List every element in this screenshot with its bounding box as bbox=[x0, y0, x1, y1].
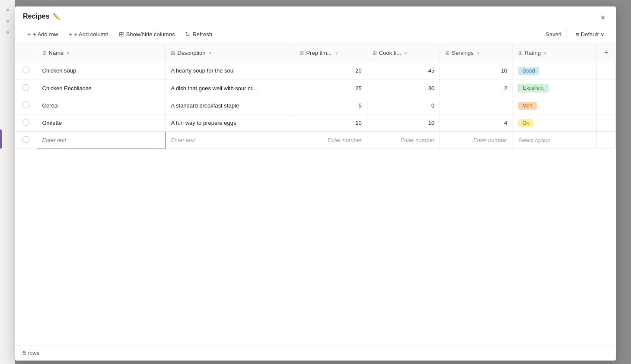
rating-sort-icon: ∨ bbox=[544, 51, 547, 55]
th-prep-time[interactable]: ⊞ Prep tim... ∨ bbox=[294, 44, 367, 62]
row-extra-1 bbox=[597, 79, 616, 97]
servings-sort-icon: ∨ bbox=[477, 51, 480, 55]
row-cook-3: 10 bbox=[367, 114, 440, 132]
th-description[interactable]: ⊞ Description ∨ bbox=[166, 44, 294, 62]
row-description-1[interactable]: A dish that goes well with sour cr... bbox=[166, 79, 294, 97]
th-name-label: Name bbox=[49, 50, 64, 56]
new-row-extra bbox=[597, 132, 616, 149]
list-icon: ≡ bbox=[576, 31, 579, 38]
refresh-button[interactable]: ↻ Refresh bbox=[181, 28, 217, 40]
th-cook-label: Cook ti... bbox=[379, 50, 401, 56]
row-cook-0: 45 bbox=[367, 62, 440, 79]
show-hide-label: Show/hide columns bbox=[126, 31, 175, 38]
table-row: Chicken Enchiladas A dish that goes well… bbox=[15, 79, 616, 97]
recipes-table: ⊞ Name ∨ ⊞ Description ∨ bbox=[15, 44, 616, 149]
row-radio-3[interactable] bbox=[22, 119, 29, 126]
row-rating-3[interactable]: Ok bbox=[513, 114, 596, 132]
row-rating-0[interactable]: Good bbox=[513, 62, 596, 79]
row-cook-1: 30 bbox=[367, 79, 440, 97]
row-prep-3: 10 bbox=[294, 114, 367, 132]
new-row-servings-cell[interactable]: Enter number bbox=[440, 132, 513, 149]
th-description-label: Description bbox=[177, 50, 205, 56]
rating-badge-1[interactable]: Excellent bbox=[518, 84, 549, 92]
desc-sort-icon: ∨ bbox=[208, 51, 211, 55]
rating-badge-3[interactable]: Ok bbox=[518, 119, 533, 127]
add-column-button[interactable]: + + Add column bbox=[64, 28, 112, 40]
refresh-icon: ↻ bbox=[185, 31, 190, 38]
row-description-3[interactable]: A fun way to prepare eggs bbox=[166, 114, 294, 132]
table-row: Cereal A standard breakfast staple 5 0 M… bbox=[15, 97, 616, 114]
row-select-1[interactable] bbox=[15, 79, 37, 97]
sidebar bbox=[0, 0, 15, 364]
chevron-down-icon: ∨ bbox=[600, 31, 605, 38]
th-servings[interactable]: ⊞ Servings ∨ bbox=[440, 44, 513, 62]
row-extra-2 bbox=[597, 97, 616, 114]
row-description-2[interactable]: A standard breakfast staple bbox=[166, 97, 294, 114]
cook-col-icon: ⊞ bbox=[373, 50, 377, 56]
rating-badge-2[interactable]: Meh bbox=[518, 102, 537, 110]
new-row-cook-cell[interactable]: Enter number bbox=[367, 132, 440, 149]
new-row-radio[interactable] bbox=[22, 136, 29, 143]
footer: 5 rows bbox=[15, 345, 616, 361]
row-select-3[interactable] bbox=[15, 114, 37, 132]
row-name-2[interactable]: Cereal bbox=[37, 97, 166, 114]
prep-sort-icon: ∨ bbox=[335, 51, 338, 55]
row-select-2[interactable] bbox=[15, 97, 37, 114]
toolbar-divider bbox=[567, 30, 567, 38]
modal-title: Recipes bbox=[23, 13, 49, 20]
row-extra-0 bbox=[597, 62, 616, 79]
new-row-name-input[interactable] bbox=[42, 137, 160, 143]
row-extra-3 bbox=[597, 114, 616, 132]
row-name-0[interactable]: Chicken soup bbox=[37, 62, 166, 79]
toolbar: + + Add row + + Add column ⊞ Show/hide c… bbox=[15, 25, 616, 44]
add-row-label: + Add row bbox=[33, 31, 58, 38]
new-row-select[interactable] bbox=[15, 132, 37, 149]
row-name-1[interactable]: Chicken Enchiladas bbox=[37, 79, 166, 97]
add-column-th[interactable]: + bbox=[597, 44, 616, 62]
rating-badge-0[interactable]: Good bbox=[518, 67, 539, 75]
default-view-label: Default bbox=[581, 31, 599, 38]
table-row: Omlette A fun way to prepare eggs 10 10 … bbox=[15, 114, 616, 132]
default-view-button[interactable]: ≡ Default ∨ bbox=[572, 29, 608, 39]
th-name[interactable]: ⊞ Name ∨ bbox=[37, 44, 166, 62]
add-row-button[interactable]: + + Add row bbox=[23, 28, 62, 40]
add-column-label: + Add column bbox=[74, 31, 108, 38]
table-row: Chicken soup A hearty soup for the soul … bbox=[15, 62, 616, 79]
row-radio-0[interactable] bbox=[22, 66, 29, 73]
cook-sort-icon: ∨ bbox=[404, 51, 407, 55]
new-row-prep-cell[interactable]: Enter number bbox=[294, 132, 367, 149]
row-rating-2[interactable]: Meh bbox=[513, 97, 596, 114]
new-row-description-cell[interactable]: Enter text bbox=[166, 132, 294, 149]
row-description-0[interactable]: A hearty soup for the soul bbox=[166, 62, 294, 79]
modal-header: Recipes ✏️ × bbox=[15, 6, 616, 25]
sidebar-dot bbox=[6, 9, 9, 11]
edit-title-icon[interactable]: ✏️ bbox=[53, 13, 60, 20]
table-header-row: ⊞ Name ∨ ⊞ Description ∨ bbox=[15, 44, 616, 62]
row-count: 5 rows bbox=[23, 350, 39, 356]
close-button[interactable]: × bbox=[597, 12, 609, 24]
sidebar-dot bbox=[6, 20, 9, 22]
row-radio-2[interactable] bbox=[22, 101, 29, 108]
saved-status: Saved bbox=[545, 31, 561, 38]
rating-col-icon: ⊞ bbox=[518, 50, 523, 56]
table-container: ⊞ Name ∨ ⊞ Description ∨ bbox=[15, 44, 616, 345]
new-row-rating-cell[interactable]: Select option bbox=[513, 132, 596, 149]
row-name-3[interactable]: Omlette bbox=[37, 114, 166, 132]
modal-overlay: Recipes ✏️ × + + Add row + + Add column … bbox=[0, 0, 631, 364]
add-column-icon: + bbox=[68, 31, 72, 38]
new-row-name-cell[interactable] bbox=[37, 132, 166, 149]
row-rating-1[interactable]: Excellent bbox=[513, 79, 596, 97]
refresh-label: Refresh bbox=[192, 31, 212, 38]
th-cook-time[interactable]: ⊞ Cook ti... ∨ bbox=[367, 44, 440, 62]
th-rating[interactable]: ⊞ Rating ∨ bbox=[513, 44, 596, 62]
toolbar-right: Saved ≡ Default ∨ bbox=[545, 29, 608, 39]
desc-col-icon: ⊞ bbox=[171, 50, 175, 56]
row-servings-3: 4 bbox=[440, 114, 513, 132]
row-servings-1: 2 bbox=[440, 79, 513, 97]
row-select-0[interactable] bbox=[15, 62, 37, 79]
show-hide-button[interactable]: ⊞ Show/hide columns bbox=[115, 28, 179, 40]
name-sort-icon: ∨ bbox=[67, 51, 70, 55]
row-servings-2 bbox=[440, 97, 513, 114]
row-prep-0: 20 bbox=[294, 62, 367, 79]
row-radio-1[interactable] bbox=[22, 84, 29, 91]
